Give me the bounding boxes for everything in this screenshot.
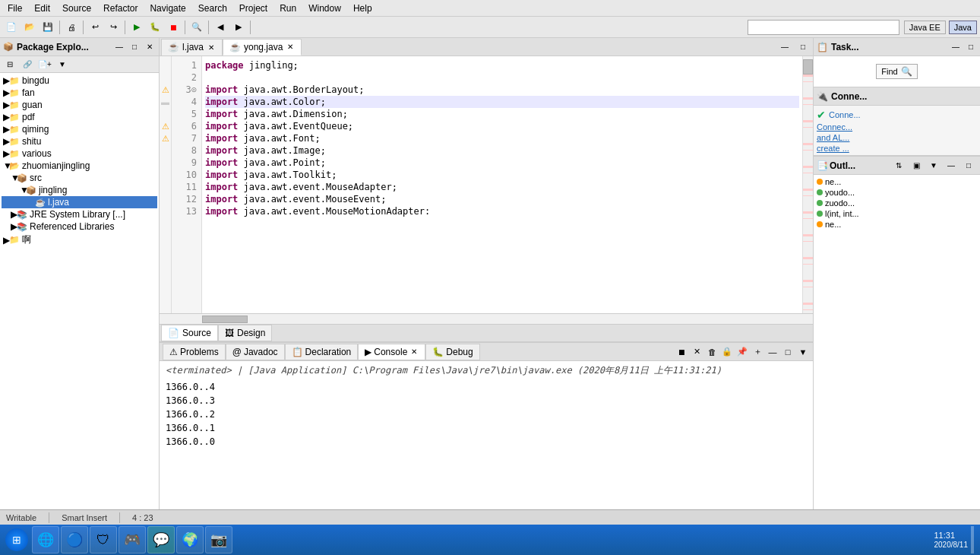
tree-item-referenced-libraries[interactable]: ▶ 📚 Referenced Libraries	[2, 220, 157, 233]
javadoc-tab[interactable]: @ Javadoc	[226, 344, 285, 360]
connect-link-2[interactable]: and AL...	[817, 133, 977, 142]
tree-item-jre[interactable]: ▶ 📚 JRE System Library [...]	[2, 208, 157, 220]
windows-orb[interactable]: ⊞	[5, 528, 28, 551]
declaration-tab[interactable]: 📋 Declaration	[285, 344, 359, 360]
menu-run[interactable]: Run	[275, 2, 301, 14]
tree-item-pdf[interactable]: ▶ 📁 pdf	[2, 111, 157, 123]
outline-item-3[interactable]: zuodo...	[815, 198, 978, 208]
new-file-button[interactable]: 📄+	[36, 56, 53, 73]
tree-item-guan[interactable]: ▶ 📁 guan	[2, 99, 157, 111]
scrollbar-thumb[interactable]	[803, 59, 813, 75]
back-button[interactable]: ◀	[212, 19, 229, 36]
taskbar-app-blue[interactable]: 🔵	[61, 526, 88, 553]
maximize-task-button[interactable]: □	[965, 41, 977, 53]
menu-edit[interactable]: Edit	[30, 2, 55, 14]
new-console-button[interactable]: ＋	[751, 345, 764, 359]
outline-fields-button[interactable]: ▣	[908, 157, 925, 174]
taskbar-show-desktop[interactable]	[971, 526, 974, 553]
stop-button[interactable]: ⏹	[165, 19, 182, 36]
java-label: Java	[954, 23, 972, 32]
save-button[interactable]: 💾	[40, 19, 56, 36]
tree-item-ah[interactable]: ▶ 📁 啊	[2, 233, 157, 247]
outline-item-1[interactable]: ne...	[815, 176, 978, 187]
taskbar-app-shield[interactable]: 🛡	[90, 526, 117, 553]
minimize-editor-button[interactable]: —	[776, 39, 793, 56]
stop-console-button[interactable]: ⏹	[675, 345, 688, 359]
print-button[interactable]: 🖨	[63, 19, 80, 36]
undo-button[interactable]: ↩	[87, 19, 103, 36]
clear-console-button[interactable]: 🗑	[705, 345, 719, 359]
console-close[interactable]: ✕	[409, 347, 419, 356]
menu-search[interactable]: Search	[194, 2, 232, 14]
taskbar-app-earth[interactable]: 🌍	[176, 526, 204, 553]
problems-tab[interactable]: ⚠ Problems	[163, 344, 226, 360]
outline-item-5[interactable]: ne...	[815, 219, 978, 230]
link-editor-button[interactable]: 🔗	[19, 56, 36, 73]
quick-access-input[interactable]	[753, 22, 894, 33]
debug-tab[interactable]: 🐛 Debug	[425, 344, 479, 360]
outline-item-4[interactable]: l(int, int...	[815, 208, 978, 219]
forward-button[interactable]: ▶	[230, 19, 247, 36]
minimize-outline-button[interactable]: —	[943, 157, 959, 174]
taskbar-app-browser[interactable]: 🌐	[32, 526, 59, 553]
menu-refactor[interactable]: Refactor	[99, 2, 142, 14]
tab-ljava[interactable]: ☕ l.java ✕	[161, 39, 223, 56]
console-tab[interactable]: ▶ Console ✕	[358, 344, 425, 360]
tree-item-various[interactable]: ▶ 📁 various	[2, 147, 157, 160]
tree-item-ljava[interactable]: ☕ l.java	[2, 196, 157, 208]
tree-item-jingling[interactable]: ▼ 📦 jingling	[2, 184, 157, 196]
tree-item-zhuomianjingling[interactable]: ▼ 📂 zhuomianjingling	[2, 160, 157, 172]
scroll-lock-button[interactable]: 🔒	[720, 345, 734, 359]
menu-file[interactable]: File	[3, 2, 27, 14]
outline-menu-button[interactable]: ▼	[925, 157, 942, 174]
taskbar-app-game[interactable]: 🎮	[119, 526, 146, 553]
console-view-menu-button[interactable]: ▼	[796, 345, 810, 359]
tab-yong-java[interactable]: ☕ yong.java ✕	[223, 39, 302, 56]
tab-yongjava-close[interactable]: ✕	[286, 43, 295, 51]
close-console-button[interactable]: ✕	[690, 345, 703, 359]
menu-project[interactable]: Project	[235, 2, 272, 14]
source-tab[interactable]: 📄 Source	[161, 325, 218, 341]
maximize-console-button[interactable]: □	[781, 345, 795, 359]
maximize-left-button[interactable]: □	[128, 41, 141, 53]
tree-item-qiming[interactable]: ▶ 📁 qiming	[2, 123, 157, 135]
minimize-console-button[interactable]: —	[766, 345, 779, 359]
design-tab[interactable]: 🖼 Design	[218, 325, 272, 341]
outline-sort-button[interactable]: ⇅	[890, 157, 907, 174]
tree-item-src[interactable]: ▼ 📦 src	[2, 172, 157, 184]
taskbar-app-wechat[interactable]: 💬	[147, 526, 175, 553]
minimize-left-button[interactable]: —	[113, 41, 125, 53]
collapse-all-button[interactable]: ⊟	[2, 56, 18, 73]
new-button[interactable]: 📄	[3, 19, 20, 36]
search-button[interactable]: 🔍	[188, 19, 205, 36]
horizontal-scrollbar[interactable]	[160, 313, 813, 324]
view-menu-button[interactable]: ▼	[54, 56, 71, 73]
menu-help[interactable]: Help	[349, 2, 377, 14]
menu-navigate[interactable]: Navigate	[145, 2, 190, 14]
connect-link-3[interactable]: create ...	[817, 144, 977, 153]
start-button[interactable]: ⊞	[3, 526, 30, 553]
pin-console-button[interactable]: 📌	[735, 345, 749, 359]
h-scrollbar-thumb[interactable]	[202, 316, 248, 323]
open-button[interactable]: 📂	[21, 19, 38, 36]
code-content[interactable]: package jingling; import java.awt.Border…	[202, 56, 802, 313]
minimize-task-button[interactable]: —	[950, 41, 962, 53]
connect-link-1[interactable]: Connec...	[817, 122, 977, 132]
redo-button[interactable]: ↪	[105, 19, 122, 36]
tab-ljava-close[interactable]: ✕	[207, 43, 216, 52]
outline-item-2[interactable]: youdo...	[815, 187, 978, 198]
menu-window[interactable]: Window	[304, 2, 346, 14]
tree-item-fan[interactable]: ▶ 📁 fan	[2, 87, 157, 99]
maximize-editor-button[interactable]: □	[795, 39, 811, 56]
tree-item-shitu[interactable]: ▶ 📁 shitu	[2, 135, 157, 147]
editor-scrollbar[interactable]	[802, 56, 813, 313]
java-perspective-button[interactable]: Java	[949, 21, 977, 34]
menu-source[interactable]: Source	[58, 2, 96, 14]
close-left-button[interactable]: ✕	[144, 41, 156, 53]
java-ee-perspective-button[interactable]: Java EE	[904, 21, 946, 34]
debug-button[interactable]: 🐛	[147, 19, 163, 36]
tree-item-bingdu[interactable]: ▶ 📁 bingdu	[2, 75, 157, 87]
maximize-outline-button[interactable]: □	[960, 157, 977, 174]
run-button[interactable]: ▶	[128, 19, 145, 36]
taskbar-app-camera[interactable]: 📷	[205, 526, 232, 553]
